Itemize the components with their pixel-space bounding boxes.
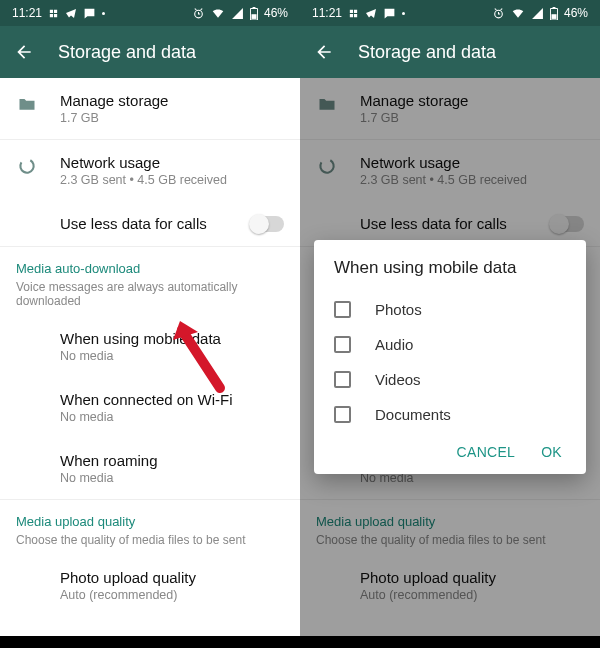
more-dot-icon xyxy=(402,12,405,15)
wifi-label: When connected on Wi-Fi xyxy=(60,391,284,408)
manage-storage-label: Manage storage xyxy=(60,92,284,109)
page-title: Storage and data xyxy=(358,42,496,63)
use-less-data-label: Use less data for calls xyxy=(60,215,228,232)
chat-icon xyxy=(83,7,96,20)
svg-rect-7 xyxy=(553,7,556,8)
photo-quality-sub: Auto (recommended) xyxy=(60,588,284,602)
wifi-icon xyxy=(511,6,525,20)
option-audio-label: Audio xyxy=(375,336,413,353)
option-videos-label: Videos xyxy=(375,371,421,388)
media-auto-download-title: Media auto-download xyxy=(0,247,300,280)
more-dot-icon xyxy=(102,12,105,15)
use-less-data-toggle[interactable] xyxy=(250,216,284,232)
wifi-row[interactable]: When connected on Wi-Fi No media xyxy=(0,377,300,438)
dialog-scrim[interactable]: When using mobile data Photos Audio Vide… xyxy=(300,78,600,636)
status-bar: 11:21 46% xyxy=(300,0,600,26)
option-photos-label: Photos xyxy=(375,301,422,318)
photo-quality-row[interactable]: Photo upload quality Auto (recommended) xyxy=(0,555,300,616)
network-usage-label: Network usage xyxy=(60,154,284,171)
option-photos[interactable]: Photos xyxy=(334,292,576,327)
status-battery: 46% xyxy=(264,6,288,20)
nav-bar xyxy=(300,636,600,648)
alarm-icon xyxy=(492,7,505,20)
data-usage-icon xyxy=(17,156,37,176)
chat-icon xyxy=(383,7,396,20)
wifi-sub: No media xyxy=(60,410,284,424)
status-battery: 46% xyxy=(564,6,588,20)
back-icon[interactable] xyxy=(314,42,334,62)
network-usage-sub: 2.3 GB sent • 4.5 GB received xyxy=(60,173,284,187)
battery-icon xyxy=(250,7,258,20)
status-icon xyxy=(48,8,59,19)
status-time: 11:21 xyxy=(12,6,42,20)
mobile-data-sub: No media xyxy=(60,349,284,363)
settings-content: Manage storage 1.7 GB Network usage 2.3 … xyxy=(300,78,600,636)
svg-rect-8 xyxy=(551,14,556,19)
media-auto-download-sub: Voice messages are always automatically … xyxy=(0,280,300,316)
roaming-label: When roaming xyxy=(60,452,284,469)
checkbox-videos[interactable] xyxy=(334,371,351,388)
option-documents[interactable]: Documents xyxy=(334,397,576,432)
page-title: Storage and data xyxy=(58,42,196,63)
svg-rect-2 xyxy=(253,7,256,8)
mobile-data-dialog: When using mobile data Photos Audio Vide… xyxy=(314,240,586,474)
option-audio[interactable]: Audio xyxy=(334,327,576,362)
phone-right: 11:21 46% Storage and data Mana xyxy=(300,0,600,648)
status-icon xyxy=(348,8,359,19)
telegram-icon xyxy=(65,7,77,19)
roaming-sub: No media xyxy=(60,471,284,485)
media-upload-quality-sub: Choose the quality of media files to be … xyxy=(0,533,300,555)
nav-bar xyxy=(0,636,300,648)
option-documents-label: Documents xyxy=(375,406,451,423)
app-bar: Storage and data xyxy=(300,26,600,78)
roaming-row[interactable]: When roaming No media xyxy=(0,438,300,499)
phone-left: 11:21 46% Storage and data Mana xyxy=(0,0,300,648)
network-usage-row[interactable]: Network usage 2.3 GB sent • 4.5 GB recei… xyxy=(0,140,300,201)
photo-quality-label: Photo upload quality xyxy=(60,569,284,586)
telegram-icon xyxy=(365,7,377,19)
media-upload-quality-title: Media upload quality xyxy=(0,500,300,533)
cancel-button[interactable]: CANCEL xyxy=(457,444,516,460)
mobile-data-label: When using mobile data xyxy=(60,330,284,347)
settings-content: Manage storage 1.7 GB Network usage 2.3 … xyxy=(0,78,300,636)
manage-storage-row[interactable]: Manage storage 1.7 GB xyxy=(0,78,300,139)
ok-button[interactable]: OK xyxy=(541,444,562,460)
manage-storage-sub: 1.7 GB xyxy=(60,111,284,125)
mobile-data-row[interactable]: When using mobile data No media xyxy=(0,316,300,377)
checkbox-audio[interactable] xyxy=(334,336,351,353)
svg-rect-3 xyxy=(251,14,256,19)
dialog-title: When using mobile data xyxy=(334,258,576,278)
status-time: 11:21 xyxy=(312,6,342,20)
wifi-icon xyxy=(211,6,225,20)
status-bar: 11:21 46% xyxy=(0,0,300,26)
option-videos[interactable]: Videos xyxy=(334,362,576,397)
folder-icon xyxy=(17,94,37,114)
signal-icon xyxy=(231,7,244,20)
back-icon[interactable] xyxy=(14,42,34,62)
svg-point-4 xyxy=(18,157,36,175)
app-bar: Storage and data xyxy=(0,26,300,78)
alarm-icon xyxy=(192,7,205,20)
checkbox-documents[interactable] xyxy=(334,406,351,423)
use-less-data-row[interactable]: Use less data for calls xyxy=(0,201,300,246)
checkbox-photos[interactable] xyxy=(334,301,351,318)
signal-icon xyxy=(531,7,544,20)
battery-icon xyxy=(550,7,558,20)
